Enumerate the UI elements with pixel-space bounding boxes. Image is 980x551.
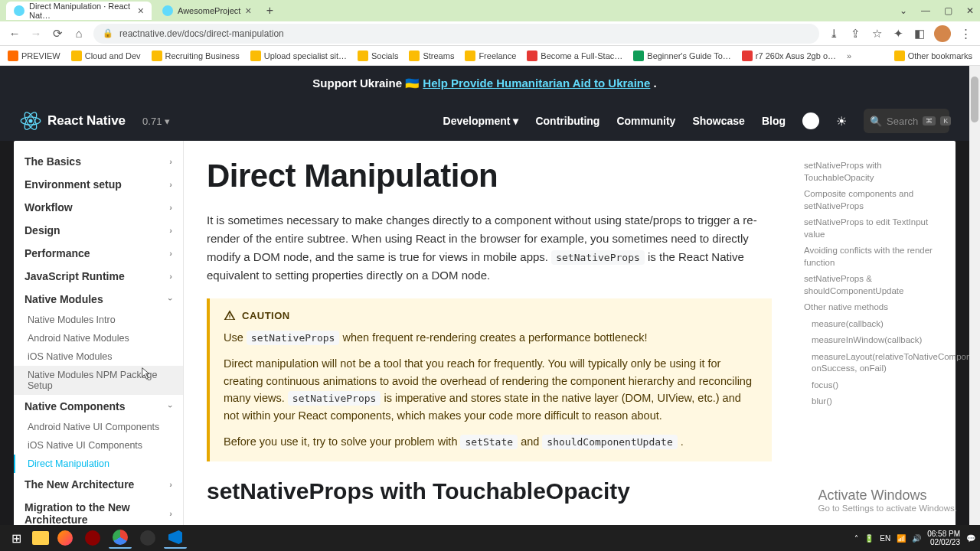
bookmark-item[interactable]: Streams	[409, 51, 454, 61]
react-favicon	[162, 5, 173, 16]
toc-link[interactable]: Avoiding conflicts with the render funct…	[798, 243, 946, 271]
bookmark-item[interactable]: Cloud and Dev	[71, 51, 141, 61]
sidebar-item[interactable]: iOS Native Modules	[14, 347, 183, 366]
toc-link[interactable]: setNativeProps with TouchableOpacity	[798, 158, 946, 186]
volume-icon[interactable]: 🔊	[912, 534, 921, 543]
forward-icon[interactable]: →	[29, 27, 43, 41]
sidebar-item[interactable]: Android Native Modules	[14, 329, 183, 347]
github-icon[interactable]	[802, 112, 819, 129]
address-bar[interactable]: 🔒 reactnative.dev/docs/direct-manipulati…	[93, 24, 819, 44]
sidebar-item-active[interactable]: Direct Manipulation	[14, 455, 183, 473]
page-scrollbar[interactable]	[969, 66, 980, 551]
system-tray[interactable]: ˄ 🔋 EN 📶 🔊 06:58 PM 02/02/23 💬	[854, 530, 975, 546]
reload-icon[interactable]: ⟳	[51, 27, 64, 41]
banner-suffix: .	[654, 77, 657, 90]
search-input[interactable]: 🔍 Search ⌘ K	[864, 109, 949, 133]
version-dropdown[interactable]: 0.71 ▾	[142, 116, 170, 127]
scrollbar-thumb[interactable]	[971, 77, 978, 122]
sidebar-cat-workflow[interactable]: Workflow›	[14, 196, 183, 219]
toc-link[interactable]: measure(callback)	[798, 316, 946, 333]
bookmark-item[interactable]: Recruiting Business	[152, 51, 240, 61]
bookmarks-overflow[interactable]: »	[847, 51, 851, 60]
close-window-icon[interactable]: ✕	[966, 5, 974, 16]
toc-link[interactable]: blur()	[798, 393, 946, 410]
toc-link[interactable]: Composite components and setNativeProps	[798, 186, 946, 214]
notifications-icon[interactable]: 💬	[966, 534, 975, 543]
brand-text: React Native	[47, 113, 126, 129]
clock[interactable]: 06:58 PM 02/02/23	[927, 530, 960, 546]
sidebar-cat-newarch[interactable]: The New Architecture›	[14, 473, 183, 496]
bookmark-item[interactable]: Beginner's Guide To…	[633, 51, 731, 61]
app-icon[interactable]	[81, 527, 104, 549]
sidebar-cat-nativecomponents[interactable]: Native Components›	[14, 395, 183, 418]
theme-toggle-icon[interactable]: ☀	[836, 114, 847, 129]
sidebar-cat-jsruntime[interactable]: JavaScript Runtime›	[14, 265, 183, 288]
bookmark-item[interactable]: PREVIEW	[8, 51, 60, 61]
chrome-icon[interactable]	[109, 527, 132, 549]
home-icon[interactable]: ⌂	[72, 27, 86, 41]
react-logo-icon	[20, 110, 41, 132]
toc-link[interactable]: measureLayout(relativeToNativeComponentR…	[798, 349, 946, 377]
react-favicon	[14, 5, 24, 16]
chevron-right-icon: ›	[169, 226, 172, 235]
profile-avatar[interactable]	[934, 25, 951, 42]
sidebar-cat-basics[interactable]: The Basics›	[14, 150, 183, 173]
toc-link[interactable]: focus()	[798, 377, 946, 394]
menu-icon[interactable]: ⋮	[959, 27, 972, 41]
minimize-icon[interactable]: —	[921, 5, 930, 16]
sidebar-cat-env[interactable]: Environment setup›	[14, 173, 183, 196]
wifi-icon[interactable]: 📶	[897, 534, 906, 543]
caution-label: CAUTION	[242, 310, 290, 321]
firefox-icon[interactable]	[54, 527, 77, 549]
bookmark-item[interactable]: r7 260x Asus 2gb o…	[742, 51, 836, 61]
bookmark-icon	[527, 51, 537, 61]
chevron-down-icon[interactable]: ⌄	[900, 5, 907, 16]
sidebar-cat-performance[interactable]: Performance›	[14, 242, 183, 265]
banner-link[interactable]: Help Provide Humanitarian Aid to Ukraine	[423, 77, 650, 90]
back-icon[interactable]: ←	[8, 27, 21, 41]
start-button[interactable]: ⊞	[5, 527, 28, 549]
bookmark-item[interactable]: Become a Full-Stac…	[527, 51, 622, 61]
sidebar-item[interactable]: Android Native UI Components	[14, 418, 183, 436]
share-icon[interactable]: ⇪	[848, 27, 862, 41]
toc-link[interactable]: measureInWindow(callback)	[798, 332, 946, 349]
maximize-icon[interactable]: ▢	[944, 5, 952, 16]
sidebar-cat-nativemodules[interactable]: Native Modules›	[14, 288, 183, 311]
bookmark-item[interactable]: Socials	[358, 51, 398, 61]
nav-development[interactable]: Development ▾	[443, 115, 519, 127]
folder-icon	[152, 51, 162, 61]
install-icon[interactable]: ⤓	[827, 27, 841, 41]
nav-showcase[interactable]: Showcase	[692, 115, 744, 127]
bookmark-item[interactable]: Freelance	[465, 51, 516, 61]
vscode-icon[interactable]	[164, 527, 187, 549]
close-tab-icon[interactable]: ×	[245, 5, 251, 17]
brand-logo[interactable]: React Native	[20, 110, 126, 132]
file-explorer-icon[interactable]	[32, 531, 49, 545]
language-indicator[interactable]: EN	[880, 534, 890, 543]
browser-tab-inactive[interactable]: AwesomeProject ×	[155, 2, 260, 20]
tray-chevron-icon[interactable]: ˄	[854, 534, 858, 543]
sidebar-item-hover[interactable]: Native Modules NPM Package Setup	[14, 366, 183, 395]
battery-icon[interactable]: 🔋	[864, 534, 874, 543]
sidebar-item[interactable]: Native Modules Intro	[14, 311, 183, 329]
browser-tab-strip: Direct Manipulation · React Nat… × Aweso…	[0, 0, 980, 21]
search-placeholder: Search	[887, 116, 918, 127]
nav-community[interactable]: Community	[616, 115, 675, 127]
toc-link[interactable]: Other native methods	[798, 299, 946, 316]
close-tab-icon[interactable]: ×	[138, 5, 144, 17]
other-bookmarks[interactable]: Other bookmarks	[894, 51, 972, 61]
extensions-icon[interactable]: ✦	[891, 27, 905, 41]
toc-link[interactable]: setNativeProps to edit TextInput value	[798, 214, 946, 243]
star-icon[interactable]: ☆	[870, 27, 884, 41]
app-icon[interactable]	[136, 527, 159, 549]
nav-contributing[interactable]: Contributing	[535, 115, 599, 127]
toc-link[interactable]: setNativeProps & shouldComponentUpdate	[798, 271, 946, 299]
sidebar-item[interactable]: iOS Native UI Components	[14, 436, 183, 455]
nav-blog[interactable]: Blog	[762, 115, 786, 127]
sidebar-cat-design[interactable]: Design›	[14, 219, 183, 242]
new-tab-button[interactable]: +	[263, 4, 278, 18]
sidepanel-icon[interactable]: ◧	[913, 27, 926, 41]
bookmark-item[interactable]: Upload specialist sit…	[250, 51, 347, 61]
docs-sidebar: The Basics› Environment setup› Workflow›…	[14, 141, 184, 551]
browser-tab-active[interactable]: Direct Manipulation · React Nat… ×	[6, 2, 152, 20]
